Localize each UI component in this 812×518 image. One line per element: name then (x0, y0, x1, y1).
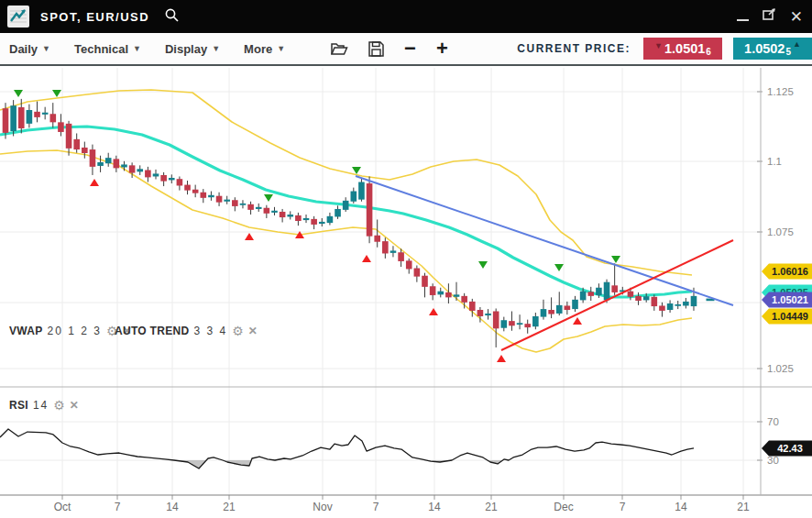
candle-body (66, 124, 72, 149)
candle-body (659, 305, 665, 310)
auto-trend-line-blue (356, 176, 733, 305)
x-tick-label: 7 (373, 501, 379, 513)
close-icon[interactable]: ✕ (248, 325, 258, 337)
candle-body (287, 215, 293, 216)
x-tick-label: 21 (223, 501, 236, 513)
candle-body (327, 216, 334, 223)
chevron-down-icon: ▼ (277, 44, 285, 53)
candle-body (97, 162, 104, 166)
candle-body (422, 276, 428, 287)
sell-signal-marker (352, 167, 361, 174)
candle-body (201, 193, 207, 198)
open-folder-icon[interactable] (331, 41, 348, 56)
rsi-oversold-fill (0, 429, 694, 468)
buy-signal-marker (90, 179, 99, 186)
candle-body (643, 296, 650, 300)
candle-body (437, 292, 444, 295)
arrow-up-icon: ▲ (793, 39, 801, 49)
candle-body (73, 139, 80, 149)
price-chart-canvas[interactable]: Oct71421Nov71421Dec714211.1251.11.0751.0… (0, 66, 812, 518)
indicator-chip-auto-trend: AUTO TREND 3 3 4 ⚙ ✕ (115, 324, 258, 338)
chart-area: Oct71421Nov71421Dec714211.1251.11.0751.0… (0, 66, 812, 518)
candle-body (683, 302, 689, 306)
rsi-tick-label: 70 (767, 416, 779, 427)
price-level-badge-gold-label: 1.04449 (772, 311, 808, 322)
buy-signal-marker (429, 308, 438, 315)
candle-body (208, 195, 214, 197)
x-tick-label: 14 (675, 501, 687, 513)
close-button[interactable]: ✕ (790, 9, 803, 25)
popout-button[interactable] (762, 7, 777, 26)
gear-icon[interactable]: ⚙ (53, 398, 65, 413)
arrow-down-icon: ▼ (654, 41, 663, 50)
candle-body (541, 309, 547, 316)
save-icon[interactable] (368, 41, 384, 57)
candle-body (264, 208, 270, 214)
sell-signal-marker (264, 194, 273, 202)
candle-body (596, 288, 602, 295)
candle-body (675, 304, 681, 306)
vwap-line (0, 127, 692, 297)
candle-body (247, 204, 254, 210)
indicator-name: AUTO TREND (115, 325, 189, 337)
y-tick-label: 1.125 (767, 86, 794, 97)
candle-body (556, 305, 563, 314)
candle-body (160, 175, 167, 182)
candle-body (303, 218, 310, 220)
zoom-out-button[interactable]: − (404, 39, 416, 58)
candle-body (509, 321, 515, 325)
sell-signal-marker (611, 256, 620, 263)
x-tick-label: 21 (737, 501, 750, 513)
candle-body (256, 207, 262, 209)
chevron-down-icon: ▼ (42, 44, 50, 53)
candle-body (398, 252, 404, 261)
minimize-button[interactable] (737, 19, 749, 21)
indicator-name: RSI (9, 399, 28, 412)
menu-daily[interactable]: Daily▼ (9, 42, 50, 56)
buy-signal-marker (362, 255, 371, 262)
zoom-in-button[interactable]: + (436, 39, 448, 58)
candle-body (572, 300, 578, 309)
chevron-down-icon: ▼ (133, 44, 141, 53)
candle-body (18, 107, 25, 128)
y-tick-label: 1.025 (767, 363, 794, 374)
candle-body (3, 108, 9, 133)
candle-body (406, 260, 412, 269)
candle-body (548, 310, 554, 314)
candle-body (351, 192, 357, 202)
candle-body (216, 196, 223, 203)
candle-body (374, 236, 380, 242)
close-icon[interactable]: ✕ (70, 399, 79, 412)
candle-body (587, 292, 594, 296)
candle-body (184, 185, 191, 191)
ask-price-badge: 1.05025▲ (733, 38, 812, 60)
candle-body (628, 292, 634, 297)
x-tick-label: 14 (428, 501, 441, 513)
price-level-badge-gold-label: 1.06016 (772, 266, 808, 277)
menu-display[interactable]: Display▼ (165, 42, 220, 56)
menu-technical[interactable]: Technical▼ (74, 42, 141, 56)
candle-body (224, 200, 230, 202)
menu-more[interactable]: More▼ (244, 42, 285, 56)
buy-signal-marker (245, 233, 254, 240)
candle-body (469, 302, 476, 311)
candle-body (129, 165, 136, 172)
candle-body (604, 282, 610, 301)
candle-body (232, 200, 238, 206)
indicator-name: VWAP (9, 325, 43, 337)
y-tick-label: 1.075 (767, 226, 794, 237)
indicator-chip-rsi: RSI 14 ⚙ ✕ (9, 398, 79, 413)
toolbar-icons: − + (331, 39, 448, 58)
candle-body (58, 122, 64, 132)
candle-body (42, 113, 49, 115)
gear-icon[interactable]: ⚙ (232, 324, 244, 338)
candle-body (27, 110, 33, 124)
price-level-badge-purple-label: 1.05021 (772, 294, 808, 305)
candle-body (461, 296, 467, 303)
rsi-tick-label: 30 (767, 455, 779, 466)
bollinger-lower-line (0, 150, 692, 352)
candle-body (343, 201, 349, 210)
candle-body (414, 269, 421, 277)
search-icon[interactable] (164, 7, 180, 27)
sell-signal-marker (52, 90, 61, 97)
